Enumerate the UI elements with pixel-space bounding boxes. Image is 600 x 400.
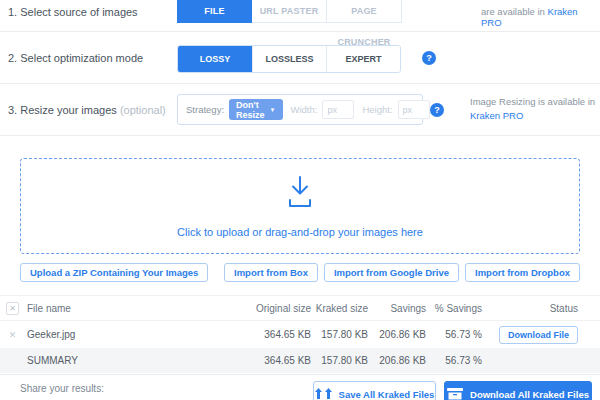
download-all-kraked-files-button[interactable]: Download All Kraked Files [444,381,592,400]
summary-kraked-size: 157.80 KB [311,355,368,366]
summary-original-size: 364.65 KB [241,355,311,366]
dropzone-text: Click to upload or drag-and-drop your im… [177,226,423,238]
step1-label: 1. Select source of images [8,6,138,18]
step3-label: 3. Resize your images (optional) [8,104,166,116]
tab-file-uploader[interactable]: FILE UPLOADER [177,0,252,23]
download-all-label: Download All Kraked Files [470,389,589,400]
header-file-name-label: File name [27,303,71,314]
step3-label-text: 3. Resize your images [8,104,117,116]
strategy-dropdown[interactable]: Don't Resize ▼ [229,99,282,120]
remove-all-icon[interactable]: ✕ [6,302,19,315]
height-input[interactable] [398,100,430,119]
row-savings: 206.86 KB [368,329,426,340]
strategy-dropdown-value: Don't Resize [236,100,265,120]
upload-dropzone[interactable]: Click to upload or drag-and-drop your im… [20,158,580,254]
tab-url-paster[interactable]: URL PASTER [252,0,327,23]
results-table: ✕ File name Original size Kraked size Sa… [0,295,600,373]
header-savings: Savings [368,303,426,314]
step1-source-row: 1. Select source of images FILE UPLOADER… [0,0,600,32]
mode-expert[interactable]: EXPERT [326,46,400,72]
table-header-row: ✕ File name Original size Kraked size Sa… [0,296,600,321]
header-kraked-size: Kraked size [311,303,368,314]
header-status: Status [482,303,578,314]
table-row: ✕ Geeker.jpg 364.65 KB 157.80 KB 206.86 … [0,321,600,348]
height-label: Height: [362,104,392,115]
kraken-pro-link-2[interactable]: Kraken PRO [470,110,523,121]
optimization-modes: LOSSY LOSSLESS EXPERT [177,45,401,73]
row-kraked-size: 157.80 KB [311,329,368,340]
resize-panel: Strategy: Don't Resize ▼ Width: Height: [177,94,423,125]
download-file-button[interactable]: Download File [499,326,578,344]
summary-savings: 206.86 KB [368,355,426,366]
mode-lossless[interactable]: LOSSLESS [252,46,326,72]
help-icon[interactable]: ? [430,103,444,117]
help-icon[interactable]: ? [422,51,436,65]
step2-label: 2. Select optimization mode [8,52,143,64]
import-actions-row: Upload a ZIP Containing Your Images Impo… [20,263,580,282]
row-status-cell: Download File [482,326,578,344]
import-from-box-button[interactable]: Import from Box [224,263,318,282]
header-pct-savings: % Savings [426,303,482,314]
import-from-google-drive-button[interactable]: Import from Google Drive [324,263,459,282]
row-file-name: Geeker.jpg [27,329,75,340]
step3-optional-text: (optional) [120,104,166,116]
pro-note-sources-text: are available in [481,6,545,17]
strategy-label: Strategy: [186,104,224,115]
source-tabs: FILE UPLOADER URL PASTER PAGE CRUNCHER [177,0,402,23]
row-original-size: 364.65 KB [241,329,311,340]
pro-note-resize: Image Resizing is available in Kraken PR… [470,95,595,123]
footer: Share your results: Save All Kraked File… [0,374,600,400]
upload-zip-button[interactable]: Upload a ZIP Containing Your Images [20,263,208,282]
summary-label-cell: SUMMARY [6,355,241,366]
mode-lossy[interactable]: LOSSY [178,46,252,72]
save-all-label: Save All Kraked Files [339,389,435,400]
share-results-label: Share your results: [20,383,104,394]
summary-row: SUMMARY 364.65 KB 157.80 KB 206.86 KB 56… [0,348,600,373]
pro-note-sources: are available in Kraken PRO [481,6,600,28]
summary-pct-savings: 56.73 % [426,355,482,366]
row-pct-savings: 56.73 % [426,329,482,340]
download-arrow-icon [279,175,321,213]
step2-mode-row: 2. Select optimization mode LOSSY LOSSLE… [0,32,600,84]
header-original-size: Original size [241,303,311,314]
tab-page-cruncher[interactable]: PAGE CRUNCHER [327,0,402,23]
import-from-dropbox-button[interactable]: Import from Dropbox [465,263,580,282]
width-label: Width: [291,104,318,115]
header-file-name: ✕ File name [6,302,241,315]
width-input[interactable] [322,100,354,119]
save-all-kraked-files-button[interactable]: Save All Kraked Files [313,381,436,400]
archive-box-icon [447,388,463,400]
chevron-down-icon: ▼ [270,107,276,113]
pro-note-resize-text: Image Resizing is available in [470,96,595,107]
summary-label: SUMMARY [27,355,78,366]
remove-file-icon[interactable]: ✕ [6,330,19,340]
save-all-icon [315,388,332,400]
step3-resize-row: 3. Resize your images (optional) Strateg… [0,84,600,136]
row-file-cell: ✕ Geeker.jpg [6,329,241,340]
